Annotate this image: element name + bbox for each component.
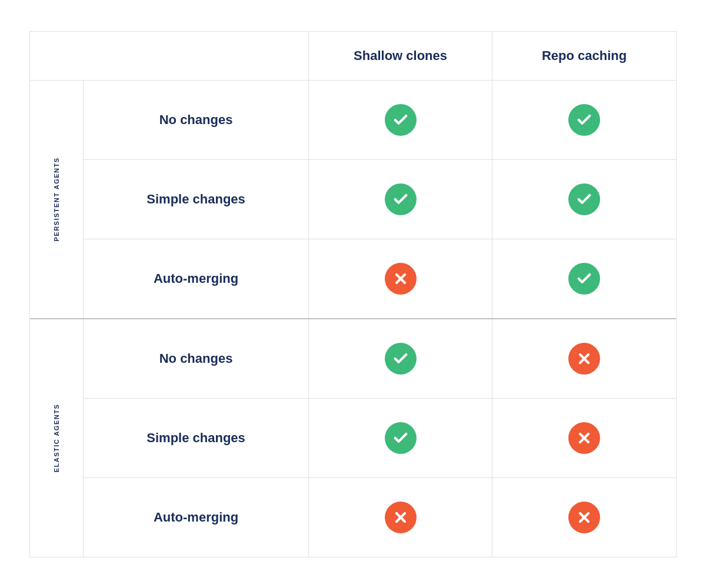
- repo-caching-cell: [492, 398, 676, 477]
- row-label: Auto-merging: [84, 239, 309, 319]
- repo-caching-cell: [492, 159, 676, 239]
- group-label-elastic-agents: Elastic Agents: [30, 319, 84, 557]
- shallow-clones-cell: [308, 80, 492, 159]
- cross-icon: [568, 343, 600, 375]
- row-label: No changes: [84, 80, 309, 159]
- check-icon: [568, 104, 600, 136]
- check-icon: [385, 104, 417, 136]
- check-icon: [568, 183, 600, 215]
- repo-caching-cell: [492, 239, 676, 319]
- cross-icon: [568, 422, 600, 454]
- header-empty-col2: [84, 32, 309, 81]
- cross-icon: [385, 263, 417, 295]
- header-empty-col1: [30, 32, 84, 81]
- row-label: Simple changes: [84, 398, 309, 477]
- row-label: No changes: [84, 319, 309, 399]
- cross-icon: [568, 502, 600, 533]
- header-repo-caching: Repo caching: [492, 32, 676, 81]
- check-icon: [568, 263, 600, 295]
- group-label-persistent-agents: Persistent Agents: [30, 80, 84, 319]
- check-icon: [385, 343, 417, 375]
- shallow-clones-cell: [308, 239, 492, 319]
- repo-caching-cell: [492, 477, 676, 557]
- shallow-clones-cell: [308, 159, 492, 239]
- row-label: Auto-merging: [84, 477, 309, 557]
- check-icon: [385, 422, 417, 454]
- header-shallow-clones: Shallow clones: [308, 32, 492, 81]
- comparison-table: Shallow clones Repo caching Persistent A…: [29, 31, 677, 557]
- shallow-clones-cell: [308, 477, 492, 557]
- repo-caching-cell: [492, 319, 676, 399]
- repo-caching-cell: [492, 80, 676, 159]
- shallow-clones-cell: [308, 398, 492, 477]
- shallow-clones-cell: [308, 319, 492, 399]
- cross-icon: [385, 502, 417, 533]
- row-label: Simple changes: [84, 159, 309, 239]
- check-icon: [385, 183, 417, 215]
